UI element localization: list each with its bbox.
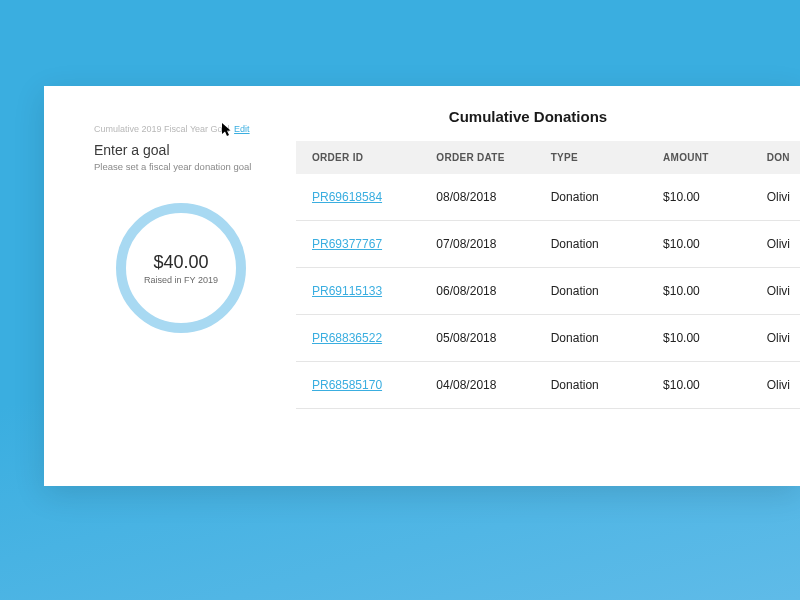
- cell-donor: Olivi: [751, 315, 800, 362]
- cell-order-date: 07/08/2018: [420, 221, 534, 268]
- table-row: PR6883652205/08/2018Donation$10.00Olivi: [296, 315, 800, 362]
- raised-caption: Raised in FY 2019: [144, 275, 218, 285]
- cell-donor: Olivi: [751, 268, 800, 315]
- cell-type: Donation: [535, 268, 647, 315]
- cell-order-id: PR69115133: [296, 268, 420, 315]
- goal-label-row: Cumulative 2019 Fiscal Year Goal Edit: [94, 124, 268, 134]
- cell-donor: Olivi: [751, 362, 800, 409]
- enter-goal-heading: Enter a goal: [94, 142, 268, 158]
- cell-amount: $10.00: [647, 174, 751, 221]
- th-order-id: ORDER ID: [296, 141, 420, 174]
- cell-donor: Olivi: [751, 174, 800, 221]
- order-link[interactable]: PR68585170: [312, 378, 382, 392]
- th-donor: DON: [751, 141, 800, 174]
- th-amount: AMOUNT: [647, 141, 751, 174]
- cell-type: Donation: [535, 362, 647, 409]
- cell-amount: $10.00: [647, 362, 751, 409]
- progress-ring: $40.00 Raised in FY 2019: [116, 203, 246, 333]
- cell-order-date: 05/08/2018: [420, 315, 534, 362]
- order-link[interactable]: PR69115133: [312, 284, 382, 298]
- table-row: PR6858517004/08/2018Donation$10.00Olivi: [296, 362, 800, 409]
- th-order-date: ORDER DATE: [420, 141, 534, 174]
- dashboard-card: Cumulative 2019 Fiscal Year Goal Edit En…: [44, 86, 800, 486]
- cell-type: Donation: [535, 174, 647, 221]
- cell-order-id: PR68585170: [296, 362, 420, 409]
- cell-amount: $10.00: [647, 315, 751, 362]
- table-header-row: ORDER ID ORDER DATE TYPE AMOUNT DON: [296, 141, 800, 174]
- edit-goal-link[interactable]: Edit: [234, 124, 250, 134]
- table-row: PR6937776707/08/2018Donation$10.00Olivi: [296, 221, 800, 268]
- cell-amount: $10.00: [647, 221, 751, 268]
- cell-order-date: 04/08/2018: [420, 362, 534, 409]
- cell-order-date: 06/08/2018: [420, 268, 534, 315]
- donations-panel: Cumulative Donations ORDER ID ORDER DATE…: [296, 86, 800, 486]
- donations-table: ORDER ID ORDER DATE TYPE AMOUNT DON PR69…: [296, 141, 800, 409]
- cell-amount: $10.00: [647, 268, 751, 315]
- cell-order-date: 08/08/2018: [420, 174, 534, 221]
- goal-panel: Cumulative 2019 Fiscal Year Goal Edit En…: [44, 86, 296, 486]
- cell-type: Donation: [535, 315, 647, 362]
- cell-order-id: PR69618584: [296, 174, 420, 221]
- order-link[interactable]: PR68836522: [312, 331, 382, 345]
- goal-subtext: Please set a fiscal year donation goal: [94, 161, 268, 173]
- cell-order-id: PR68836522: [296, 315, 420, 362]
- goal-label: Cumulative 2019 Fiscal Year Goal: [94, 124, 230, 134]
- th-type: TYPE: [535, 141, 647, 174]
- progress-ring-wrap: $40.00 Raised in FY 2019: [116, 203, 246, 333]
- order-link[interactable]: PR69618584: [312, 190, 382, 204]
- table-row: PR6911513306/08/2018Donation$10.00Olivi: [296, 268, 800, 315]
- cell-type: Donation: [535, 221, 647, 268]
- table-title: Cumulative Donations: [296, 108, 800, 125]
- raised-amount: $40.00: [153, 252, 208, 273]
- order-link[interactable]: PR69377767: [312, 237, 382, 251]
- table-row: PR6961858408/08/2018Donation$10.00Olivi: [296, 174, 800, 221]
- cell-order-id: PR69377767: [296, 221, 420, 268]
- cell-donor: Olivi: [751, 221, 800, 268]
